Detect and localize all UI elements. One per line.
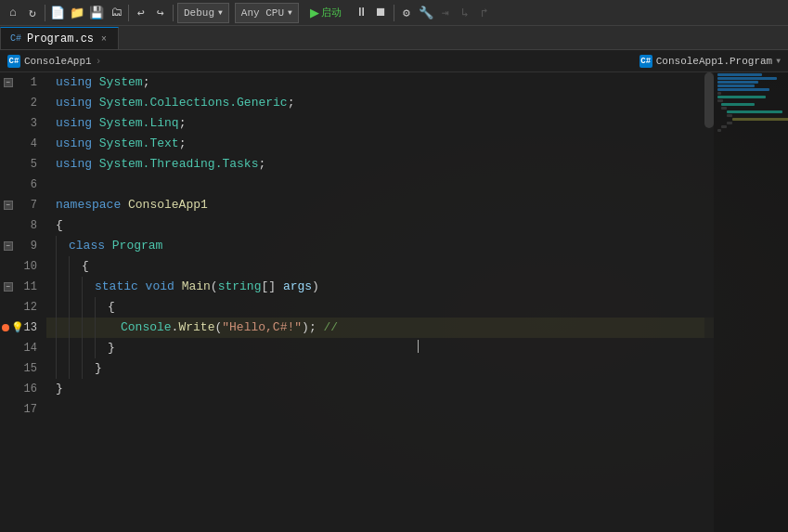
kw-using-2: using [56, 93, 99, 113]
breakpoint-dot-13[interactable] [2, 324, 9, 331]
collapse-icon-1[interactable]: − [4, 78, 13, 87]
toolbar: ⌂ ↻ 📄 📁 💾 🗂 ↩ ↪ Debug ▼ Any CPU ▼ ▶ 启动 ⏸… [0, 0, 788, 26]
line-13: 💡 13 [0, 318, 46, 338]
code-line-3: using System.Linq; [46, 113, 714, 134]
code-line-10: { [46, 256, 714, 277]
breadcrumb-dropdown[interactable]: ▼ [776, 57, 781, 65]
breadcrumb-right: C# ConsoleApp1.Program ▼ [639, 55, 781, 68]
collapse-icon-9[interactable]: − [4, 241, 13, 251]
step-over-icon: ⇥ [436, 4, 455, 22]
code-line-5: using System.Threading.Tasks; [46, 154, 714, 175]
text-cursor [418, 338, 419, 355]
line-5: 5 [0, 154, 46, 175]
kw-class: class [69, 236, 112, 256]
tab-close-button[interactable]: × [99, 33, 109, 44]
new-file-icon[interactable]: 📄 [48, 4, 67, 22]
refresh-icon[interactable]: ↻ [23, 4, 42, 22]
code-line-6 [46, 175, 714, 195]
tab-name: Program.cs [27, 32, 94, 45]
open-file-icon[interactable]: 📁 [68, 4, 86, 22]
line-14: 14 [0, 338, 46, 358]
cpu-dropdown[interactable]: Any CPU ▼ [235, 3, 299, 23]
redo-icon[interactable]: ↪ [151, 4, 170, 22]
ns-text: System.Text [99, 134, 179, 154]
toolbar-right-icons: ⏸ ⏹ ⚙ 🔧 ⇥ ↳ ↱ [353, 4, 494, 22]
step-in-icon: ↳ [456, 4, 474, 22]
tools-icon[interactable]: 🔧 [417, 4, 435, 22]
code-line-1: using System; [46, 72, 714, 93]
line-10: 10 [0, 256, 46, 277]
minimap [714, 72, 788, 532]
kw-namespace: namespace [56, 195, 128, 215]
class-program: Program [112, 236, 163, 256]
code-line-11: static void Main(string[] args) [46, 277, 714, 297]
minimap-line-2 [717, 77, 777, 80]
kw-using-3: using [56, 113, 99, 134]
cursor-blink [418, 340, 419, 353]
tab-bar: C# Program.cs × [0, 26, 788, 50]
string-hello: "Hello,C#!" [222, 318, 302, 338]
kw-using-5: using [56, 154, 99, 175]
run-button[interactable]: ▶ 启动 [306, 6, 345, 19]
stop-icon[interactable]: ⏹ [372, 4, 391, 22]
code-line-7: namespace ConsoleApp1 [46, 195, 714, 215]
line-9: − 9 [0, 236, 46, 256]
breadcrumb-right-icon: C# [639, 55, 652, 68]
code-line-4: using System.Text; [46, 134, 714, 154]
tab-program-cs[interactable]: C# Program.cs × [0, 27, 119, 49]
line-15: 15 [0, 358, 46, 379]
line-6: 6 [0, 175, 46, 195]
breadcrumb-bar: C# ConsoleApp1 › C# ConsoleApp1.Program … [0, 50, 788, 72]
toolbar-left-icons: ⌂ ↻ 📄 📁 💾 🗂 ↩ ↪ [4, 4, 175, 22]
minimap-line-10 [721, 107, 727, 110]
method-main: Main [182, 277, 211, 297]
tab-cs-icon: C# [10, 33, 21, 44]
collapse-icon-11[interactable]: − [4, 282, 13, 292]
ns-consoleapp1: ConsoleApp1 [128, 195, 208, 215]
line-1: − 1 [0, 72, 46, 93]
save-icon[interactable]: 💾 [87, 4, 106, 22]
vertical-scrollbar-thumb[interactable] [704, 72, 714, 128]
breadcrumb-left-icon: C# [7, 55, 20, 68]
code-line-13: Console.Write("Hello,C#!"); // [46, 318, 714, 338]
method-write: Write [178, 318, 214, 338]
code-line-15: } [46, 358, 714, 379]
minimap-line-1 [717, 73, 762, 76]
minimap-line-6 [717, 92, 721, 95]
editor-area: − 1 2 3 4 5 6 − 7 8 − 9 10 − 11 12 [0, 72, 788, 532]
code-line-14: } [46, 338, 714, 358]
breadcrumb-separator: › [96, 56, 102, 67]
breadcrumb-arrow: ▼ [776, 57, 781, 65]
minimap-line-12 [727, 114, 732, 117]
breadcrumb-left-text: ConsoleApp1 [24, 56, 92, 67]
code-line-9: class Program [46, 236, 714, 256]
code-line-17 [46, 399, 714, 420]
type-console: Console [121, 318, 172, 338]
minimap-line-3 [717, 81, 758, 84]
line-11: − 11 [0, 277, 46, 297]
debug-dropdown[interactable]: Debug ▼ [177, 3, 229, 23]
line-3: 3 [0, 113, 46, 134]
type-string: string [218, 277, 262, 297]
line-numbers: − 1 2 3 4 5 6 − 7 8 − 9 10 − 11 12 [0, 72, 46, 532]
minimap-line-16 [717, 129, 721, 132]
line-4: 4 [0, 134, 46, 154]
ns-linq: System.Linq [99, 113, 179, 134]
home-icon[interactable]: ⌂ [4, 4, 22, 22]
pause-icon[interactable]: ⏸ [353, 4, 371, 22]
minimap-line-14 [727, 122, 732, 124]
settings-icon[interactable]: ⚙ [397, 4, 416, 22]
vertical-scrollbar-track[interactable] [704, 72, 714, 532]
minimap-line-4 [717, 84, 755, 87]
debug-label: Debug [184, 7, 214, 19]
code-line-16: } [46, 379, 714, 399]
code-line-12: { [46, 297, 714, 318]
save-all-icon[interactable]: 🗂 [107, 4, 125, 22]
line-8: 8 [0, 215, 46, 236]
undo-icon[interactable]: ↩ [132, 4, 150, 22]
code-editor[interactable]: using System; using System.Collections.G… [46, 72, 714, 532]
line-2: 2 [0, 93, 46, 113]
line-7: − 7 [0, 195, 46, 215]
debug-dropdown-arrow: ▼ [218, 8, 223, 17]
collapse-icon-7[interactable]: − [4, 201, 13, 210]
